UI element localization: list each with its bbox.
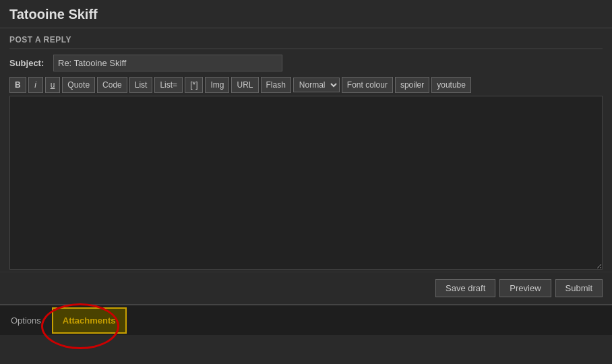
options-tab[interactable]: Options xyxy=(0,307,52,334)
submit-button[interactable]: Submit xyxy=(555,279,603,297)
preview-button[interactable]: Preview xyxy=(499,279,551,297)
img-button[interactable]: Img xyxy=(205,77,229,93)
spoiler-button[interactable]: spoiler xyxy=(395,77,429,93)
code-button[interactable]: Code xyxy=(97,77,127,93)
bold-button[interactable]: B xyxy=(9,77,26,93)
post-reply-label: POST A REPLY xyxy=(9,35,603,49)
quote-button[interactable]: Quote xyxy=(62,77,95,93)
page-title: Tatooine Skiff xyxy=(0,0,612,28)
bottom-bar: Options Attachments xyxy=(0,304,612,335)
flash-button[interactable]: Flash xyxy=(261,77,291,93)
subject-label: Subject: xyxy=(9,58,47,68)
bullet-button[interactable]: [*] xyxy=(185,77,203,93)
italic-button[interactable]: i xyxy=(28,77,43,93)
formatting-toolbar: B i u Quote Code List List= [*] Img URL … xyxy=(9,77,603,93)
save-draft-button[interactable]: Save draft xyxy=(435,279,495,297)
list-equals-button[interactable]: List= xyxy=(154,77,183,93)
list-button[interactable]: List xyxy=(129,77,153,93)
subject-input[interactable] xyxy=(53,55,282,71)
font-colour-button[interactable]: Font colour xyxy=(342,77,393,93)
attachments-tab[interactable]: Attachments xyxy=(52,307,127,334)
message-textarea[interactable] xyxy=(9,96,603,270)
url-button[interactable]: URL xyxy=(231,77,258,93)
youtube-button[interactable]: youtube xyxy=(431,77,471,93)
underline-button[interactable]: u xyxy=(45,77,61,93)
normal-select[interactable]: Normal xyxy=(293,78,340,92)
action-row: Save draft Preview Submit xyxy=(0,272,612,304)
